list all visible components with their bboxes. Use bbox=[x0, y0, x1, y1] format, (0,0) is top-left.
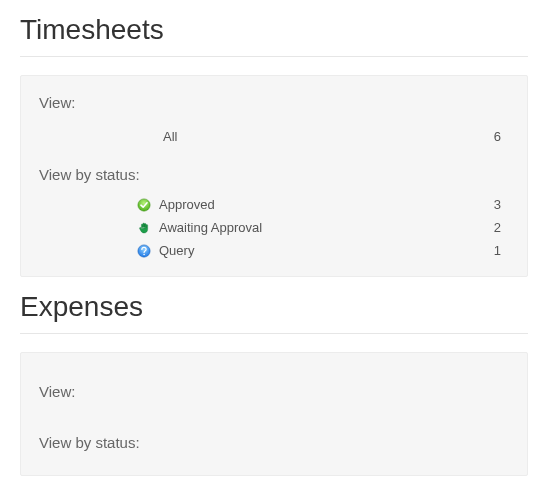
filter-label: Approved bbox=[159, 197, 469, 212]
filter-count: 1 bbox=[469, 243, 509, 258]
expenses-title: Expenses bbox=[20, 291, 528, 323]
filter-count: 2 bbox=[469, 220, 509, 235]
divider bbox=[20, 56, 528, 57]
check-circle-icon bbox=[39, 198, 159, 212]
filter-label: All bbox=[39, 129, 469, 144]
filter-count: 3 bbox=[469, 197, 509, 212]
filter-row-awaiting[interactable]: Awaiting Approval 2 bbox=[39, 216, 509, 239]
filter-row-query[interactable]: Query 1 bbox=[39, 239, 509, 262]
divider bbox=[20, 333, 528, 334]
timesheets-panel: View: All 6 View by status: Approved 3 bbox=[20, 75, 528, 277]
view-label: View: bbox=[39, 94, 509, 111]
svg-point-0 bbox=[138, 198, 150, 210]
filter-row-all[interactable]: All 6 bbox=[39, 121, 509, 162]
svg-point-2 bbox=[143, 253, 145, 255]
hand-icon bbox=[39, 221, 159, 235]
filter-count: 6 bbox=[469, 129, 509, 144]
filter-row-approved[interactable]: Approved 3 bbox=[39, 193, 509, 216]
svg-point-1 bbox=[138, 244, 150, 256]
view-label: View: bbox=[39, 383, 509, 400]
filter-label: Query bbox=[159, 243, 469, 258]
question-circle-icon bbox=[39, 244, 159, 258]
expenses-panel: View: View by status: bbox=[20, 352, 528, 476]
view-by-status-label: View by status: bbox=[39, 166, 509, 183]
view-by-status-label: View by status: bbox=[39, 434, 509, 451]
timesheets-title: Timesheets bbox=[20, 14, 528, 46]
filter-label: Awaiting Approval bbox=[159, 220, 469, 235]
